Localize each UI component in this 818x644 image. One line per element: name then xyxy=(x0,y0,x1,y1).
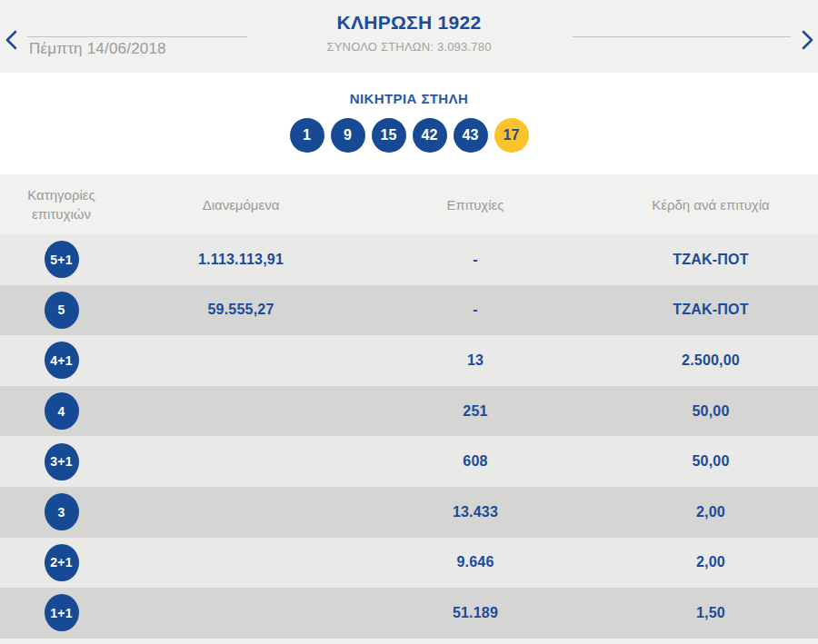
table-header-row: Κατηγορίες επιτυχιών Διανεμόμενα Επιτυχί… xyxy=(0,174,818,234)
winners-value: 251 xyxy=(359,403,592,420)
column-header-categories-line1: Κατηγορίες xyxy=(0,185,123,204)
category-ball: 2+1 xyxy=(45,544,79,581)
winning-number-ball: 1 xyxy=(290,118,324,153)
winning-number-ball: 42 xyxy=(413,118,447,153)
table-row: 1+1 51.189 1,50 xyxy=(0,588,818,639)
table-body: 5+1 1.113.113,91 - ΤΖΑΚ-ΠΟΤ 5 59.555,27 … xyxy=(0,234,818,639)
category-ball: 3 xyxy=(45,493,79,530)
winning-number-ball: 9 xyxy=(331,118,365,153)
draw-title: ΚΛΗΡΩΣΗ 1922 xyxy=(0,12,818,34)
prize-value: 1,50 xyxy=(592,605,818,621)
draw-header: Πέμπτη 14/06/2018 ΚΛΗΡΩΣΗ 1922 ΣΥΝΟΛΟ ΣΤ… xyxy=(0,0,818,73)
winners-value: 13 xyxy=(359,352,592,369)
table-row: 3+1 608 50,00 xyxy=(0,436,818,487)
category-ball: 1+1 xyxy=(45,594,79,631)
category-ball: 3+1 xyxy=(45,443,79,481)
table-row: 4 251 50,00 xyxy=(0,386,818,437)
category-ball: 5 xyxy=(45,292,79,329)
prize-value: 2,00 xyxy=(592,554,818,570)
winners-value: 13.433 xyxy=(359,504,592,520)
winners-value: - xyxy=(359,252,592,268)
column-header-winners: Επιτυχίες xyxy=(359,195,592,214)
prize-value: 2.500,00 xyxy=(592,352,818,369)
distributed-value: 1.113.113,91 xyxy=(123,252,359,268)
table-row: 3 13.433 2,00 xyxy=(0,487,818,538)
prize-value: ΤΖΑΚ-ΠΟΤ xyxy=(592,302,818,318)
table-row: 5 59.555,27 - ΤΖΑΚ-ΠΟΤ xyxy=(0,285,818,336)
distributed-value: 59.555,27 xyxy=(123,302,359,318)
category-ball: 4 xyxy=(45,392,79,430)
winners-value: 51.189 xyxy=(359,605,592,621)
prize-value: 50,00 xyxy=(592,403,818,420)
table-row: 5+1 1.113.113,91 - ΤΖΑΚ-ΠΟΤ xyxy=(0,234,818,285)
table-row: 2+1 9.646 2,00 xyxy=(0,538,818,589)
table-row: 4+1 13 2.500,00 xyxy=(0,335,818,386)
column-header-categories-line2: επιτυχιών xyxy=(0,204,123,223)
column-header-prize: Κέρδη ανά επιτυχία xyxy=(592,195,818,214)
prize-value: 2,00 xyxy=(592,504,818,520)
category-ball: 5+1 xyxy=(45,241,79,278)
winning-number-ball: 43 xyxy=(454,118,488,153)
winning-numbers: 1 9 15 42 43 17 xyxy=(0,118,818,153)
prize-results-table: Κατηγορίες επιτυχιών Διανεμόμενα Επιτυχί… xyxy=(0,174,818,639)
columns-total: ΣΥΝΟΛΟ ΣΤΗΛΩΝ: 3.093.780 xyxy=(0,40,818,54)
winners-value: 9.646 xyxy=(359,554,592,570)
winning-number-ball: 15 xyxy=(372,118,406,153)
bonus-number-ball: 17 xyxy=(494,118,529,153)
winning-column-title: ΝΙΚΗΤΡΙΑ ΣΤΗΛΗ xyxy=(0,91,818,106)
chevron-right-icon xyxy=(801,39,814,53)
next-draw-button[interactable] xyxy=(799,28,816,52)
prize-value: ΤΖΑΚ-ΠΟΤ xyxy=(592,252,818,268)
joker-draw-results-page: Πέμπτη 14/06/2018 ΚΛΗΡΩΣΗ 1922 ΣΥΝΟΛΟ ΣΤ… xyxy=(0,0,818,644)
prize-value: 50,00 xyxy=(592,453,818,470)
winners-value: - xyxy=(359,302,592,318)
category-ball: 4+1 xyxy=(45,342,79,379)
column-header-categories: Κατηγορίες επιτυχιών xyxy=(0,185,123,223)
bottom-strip xyxy=(0,639,818,644)
winners-value: 608 xyxy=(359,453,592,470)
draw-title-block: ΚΛΗΡΩΣΗ 1922 ΣΥΝΟΛΟ ΣΤΗΛΩΝ: 3.093.780 xyxy=(0,12,818,54)
column-header-distributed: Διανεμόμενα xyxy=(123,195,359,214)
winning-column-section: ΝΙΚΗΤΡΙΑ ΣΤΗΛΗ 1 9 15 42 43 17 xyxy=(0,73,818,174)
